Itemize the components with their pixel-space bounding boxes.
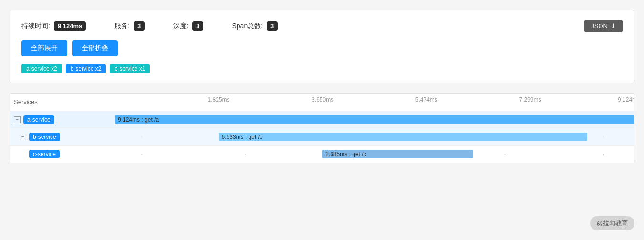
a-service-timeline: 9.124ms : get /a [115,111,634,128]
services-value: 3 [134,21,145,31]
depth-item: 深度: 3 [173,21,203,31]
c-service-dot-1: · [141,151,142,157]
b-service-dot-left: · [141,134,142,140]
b-service-cell: − b-service [10,133,115,141]
b-service-expand-icon[interactable]: − [20,134,26,140]
service-tag-b[interactable]: b-service x2 [66,64,106,73]
services-item: 服务: 3 [114,21,145,31]
expand-all-button[interactable]: 全部展开 [21,40,67,56]
timeline-label-5: 9.124ms [618,96,634,103]
duration-value: 9.124ms [54,21,86,31]
timeline-label-4: 7.299ms [519,96,541,103]
depth-value: 3 [192,21,203,31]
services-column-header: Services [10,96,115,108]
c-service-span-text: 2.685ms : get /c [325,151,366,157]
duration-label: 持续时间: [21,22,50,31]
c-service-span-bar[interactable]: 2.685ms : get /c [322,150,473,158]
info-row: 持续时间: 9.124ms 服务: 3 深度: 3 Span总数: 3 JSON… [21,20,623,32]
timeline-header: 1.825ms 3.650ms 5.474ms 7.299ms 9.124ms [115,96,634,108]
collapse-all-button[interactable]: 全部折叠 [72,40,118,56]
info-card: 持续时间: 9.124ms 服务: 3 深度: 3 Span总数: 3 JSON… [10,10,634,83]
span-total-item: Span总数: 3 [232,21,278,31]
b-service-timeline: · 6.533ms : get /b · [115,128,634,145]
download-icon: ⬇ [611,22,616,30]
service-tag-c[interactable]: c-service x1 [110,64,150,73]
c-service-dot-3: · [504,151,506,157]
c-service-dot-2: · [245,151,246,157]
trace-row-a-service: − a-service 9.124ms : get /a [10,111,634,128]
c-service-dot-4: · [603,151,604,157]
a-service-expand-icon[interactable]: − [14,116,21,123]
span-total-value: 3 [267,21,278,31]
c-service-timeline: · · 2.685ms : get /c · · [115,146,634,163]
action-row: 全部展开 全部折叠 [21,40,623,56]
trace-row-b-service: − b-service · 6.533ms : get /b · [10,128,634,146]
a-service-label[interactable]: a-service [23,115,54,124]
span-total-label: Span总数: [232,22,263,31]
a-service-span-bar[interactable]: 9.124ms : get /a [115,115,634,124]
a-service-cell: − a-service [10,115,115,124]
depth-label: 深度: [173,22,188,31]
a-service-span-text: 9.124ms : get /a [118,116,159,123]
trace-container: Services 1.825ms 3.650ms 5.474ms 7.299ms… [10,93,634,163]
c-service-label[interactable]: c-service [29,150,60,158]
duration-item: 持续时间: 9.124ms [21,21,86,31]
services-label: 服务: [114,22,130,31]
timeline-label-3: 5.474ms [415,96,437,103]
trace-row-c-service: c-service · · 2.685ms : get /c · · [10,146,634,163]
b-service-label[interactable]: b-service [29,133,60,141]
c-service-cell: c-service [10,150,115,158]
trace-header: Services 1.825ms 3.650ms 5.474ms 7.299ms… [10,94,634,111]
service-tag-a[interactable]: a-service x2 [21,64,62,73]
b-service-span-bar[interactable]: 6.533ms : get /b [219,133,587,141]
b-service-dot-right: · [603,134,604,140]
timeline-label-2: 3.650ms [312,96,333,103]
b-service-span-text: 6.533ms : get /b [222,134,263,140]
timeline-label-1: 1.825ms [208,96,230,103]
json-download-button[interactable]: JSON ⬇ [584,20,623,32]
service-tags-row: a-service x2 b-service x2 c-service x1 [21,64,623,73]
json-btn-label: JSON [591,22,608,30]
